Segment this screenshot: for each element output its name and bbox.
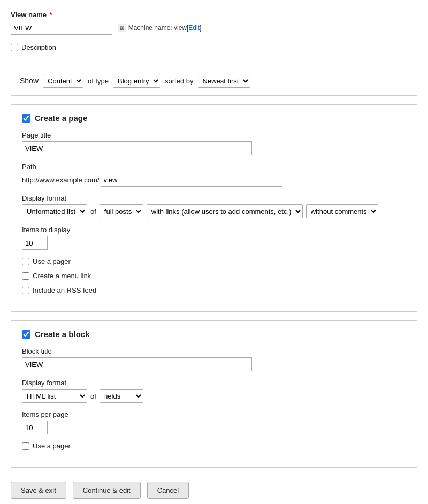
save-exit-button[interactable]: Save & exit (11, 482, 66, 499)
page-title-label: Page title (22, 131, 406, 139)
create-block-header: Create a block (22, 330, 406, 339)
display-format-label: Display format (22, 194, 406, 202)
items-per-page-input[interactable] (22, 421, 48, 434)
page-comments-select[interactable]: without comments with comments (306, 204, 378, 218)
create-block-section: Create a block Block title Display forma… (11, 320, 417, 468)
use-pager-checkbox[interactable] (22, 258, 29, 265)
block-format-of-label: of (90, 392, 96, 400)
display-format-row: Display format Unformatted list HTML lis… (22, 194, 406, 218)
page-title-row: Page title (22, 131, 406, 155)
page-format-of-label: of (90, 208, 96, 216)
block-format-select[interactable]: HTML list Unformatted list Table (22, 389, 87, 403)
rss-feed-label: Include an RSS feed (33, 286, 96, 294)
items-per-page-row: Items per page (22, 410, 406, 434)
path-label: Path (22, 163, 406, 171)
block-title-label: Block title (22, 347, 406, 355)
use-pager-label: Use a pager (33, 257, 71, 265)
page-title-input[interactable] (22, 141, 252, 155)
page-format-select[interactable]: Unformatted list HTML list Table (22, 204, 87, 218)
path-row: Path http://www.example.com/ (22, 163, 406, 187)
sorted-by-label: sorted by (165, 77, 193, 85)
divider-1 (11, 60, 417, 60)
show-row: Show Content of type Blog entry sorted b… (11, 66, 417, 96)
create-block-title: Create a block (35, 330, 90, 339)
page-posts-select[interactable]: full posts teasers titles (100, 204, 143, 218)
use-pager-row: Use a pager (22, 257, 406, 265)
menu-link-checkbox[interactable] (22, 272, 29, 280)
create-page-title: Create a page (35, 113, 87, 123)
create-page-checkbox[interactable] (22, 114, 30, 123)
block-use-pager-checkbox[interactable] (22, 442, 29, 450)
machine-name-edit-link[interactable]: Edit (188, 24, 200, 32)
sort-select[interactable]: Newest first Oldest first (198, 74, 250, 88)
view-name-label: View name * (11, 11, 417, 19)
description-checkbox[interactable] (11, 44, 18, 51)
block-display-format-label: Display format (22, 379, 406, 387)
menu-link-label: Create a menu link (33, 272, 91, 280)
create-page-header: Create a page (22, 113, 406, 123)
block-use-pager-row: Use a pager (22, 442, 406, 450)
rss-feed-row: Include an RSS feed (22, 286, 406, 294)
block-title-input[interactable] (22, 357, 252, 371)
create-page-section: Create a page Page title Path http://www… (11, 104, 417, 312)
block-use-pager-label: Use a pager (33, 442, 71, 450)
of-type-label: of type (88, 77, 109, 85)
page-links-select[interactable]: with links (allow users to add comments,… (147, 204, 303, 218)
description-label: Description (21, 43, 56, 51)
cancel-button[interactable]: Cancel (147, 482, 189, 499)
items-display-label: Items to display (22, 226, 406, 234)
machine-name-icon: ⊞ (118, 24, 126, 32)
menu-link-row: Create a menu link (22, 272, 406, 280)
rss-feed-checkbox[interactable] (22, 287, 29, 294)
required-asterisk: * (50, 11, 52, 19)
continue-edit-button[interactable]: Continue & edit (73, 482, 141, 499)
items-per-page-label: Items per page (22, 410, 406, 418)
machine-name-info: ⊞ Machine name: view [Edit] (118, 24, 202, 32)
items-display-input[interactable] (22, 236, 48, 250)
type-select[interactable]: Blog entry (113, 74, 160, 88)
content-select[interactable]: Content (43, 74, 83, 88)
block-fields-select[interactable]: fields full posts teasers (100, 389, 143, 403)
show-label: Show (20, 77, 39, 85)
create-block-checkbox[interactable] (22, 330, 30, 339)
footer-buttons: Save & exit Continue & edit Cancel (11, 476, 417, 499)
view-name-input[interactable] (11, 21, 112, 35)
block-title-row: Block title (22, 347, 406, 371)
path-prefix: http://www.example.com/ (22, 176, 100, 184)
items-display-row: Items to display (22, 226, 406, 250)
block-display-format-row: Display format HTML list Unformatted lis… (22, 379, 406, 403)
path-input[interactable] (101, 173, 282, 187)
